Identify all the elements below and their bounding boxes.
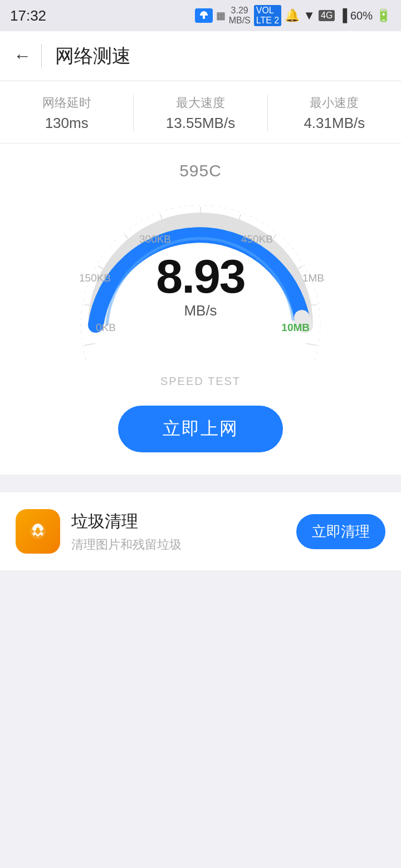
page-title: 网络测速 <box>55 43 131 69</box>
junk-title: 垃圾清理 <box>71 510 285 533</box>
svg-point-21 <box>36 527 40 531</box>
bell-icon: 🔔 <box>285 8 300 23</box>
gauge-label-0kb: 0KB <box>96 322 116 334</box>
junk-description: 清理图片和残留垃圾 <box>71 536 285 553</box>
speed-test-section: 595C <box>0 144 401 475</box>
min-speed-value: 4.31MB/s <box>304 115 365 132</box>
max-speed-stat: 最大速度 13.55MB/s <box>134 95 267 132</box>
gauge-label-450kb: 450KB <box>241 233 273 245</box>
battery-text: 60% <box>350 9 373 22</box>
app-notification-icon <box>195 8 213 23</box>
status-bar: 17:32 ▦ 3.29MB/S VOLLTE 2 🔔 ▼ 4G ▐ 60% 🔋 <box>0 0 401 31</box>
app-bar: ← 网络测速 <box>0 31 401 81</box>
gauge-label-300kb: 300KB <box>139 233 171 245</box>
bottom-area <box>0 570 401 765</box>
app-bar-divider <box>41 44 42 68</box>
server-name: 595C <box>179 161 222 180</box>
svg-rect-0 <box>203 16 205 19</box>
speed-indicator: 3.29MB/S <box>229 6 251 25</box>
stats-row: 网络延时 130ms 最大速度 13.55MB/s 最小速度 4.31MB/s <box>0 81 401 144</box>
status-icons: ▦ 3.29MB/S VOLLTE 2 🔔 ▼ 4G ▐ 60% 🔋 <box>195 5 391 26</box>
signal-4g-icon: 4G <box>319 10 335 21</box>
speed-test-label: SPEED TEST <box>160 375 241 388</box>
signal-bar-icon: ▐ <box>338 8 347 23</box>
max-speed-value: 13.55MB/s <box>166 115 235 132</box>
sim-icon: ▦ <box>216 9 226 22</box>
rocket-icon <box>26 519 50 544</box>
gauge-label-150kb: 150KB <box>79 272 111 284</box>
speed-gauge: 0KB 150KB 300KB 450KB 1MB 10MB 8.93 MB/s <box>67 191 334 364</box>
junk-section: 垃圾清理 清理图片和残留垃圾 立即清理 <box>0 492 401 570</box>
lte-icon: VOLLTE 2 <box>254 5 282 26</box>
back-button[interactable]: ← <box>13 46 31 66</box>
latency-value: 130ms <box>45 115 89 132</box>
latency-label: 网络延时 <box>42 95 91 111</box>
min-speed-label: 最小速度 <box>310 95 359 111</box>
gauge-labels: 0KB 150KB 300KB 450KB 1MB 10MB <box>67 191 334 364</box>
connect-button[interactable]: 立即上网 <box>118 406 283 452</box>
gauge-label-10mb: 10MB <box>281 322 310 334</box>
battery-icon: 🔋 <box>376 8 391 23</box>
min-speed-stat: 最小速度 4.31MB/s <box>268 95 401 132</box>
gauge-label-1mb: 1MB <box>302 272 324 284</box>
section-separator <box>0 475 401 484</box>
max-speed-label: 最大速度 <box>176 95 225 111</box>
latency-stat: 网络延时 130ms <box>0 95 134 132</box>
junk-text: 垃圾清理 清理图片和残留垃圾 <box>71 510 285 553</box>
status-time: 17:32 <box>10 7 46 24</box>
junk-icon <box>16 509 60 554</box>
clean-button[interactable]: 立即清理 <box>296 514 385 549</box>
wifi-icon: ▼ <box>303 8 315 23</box>
